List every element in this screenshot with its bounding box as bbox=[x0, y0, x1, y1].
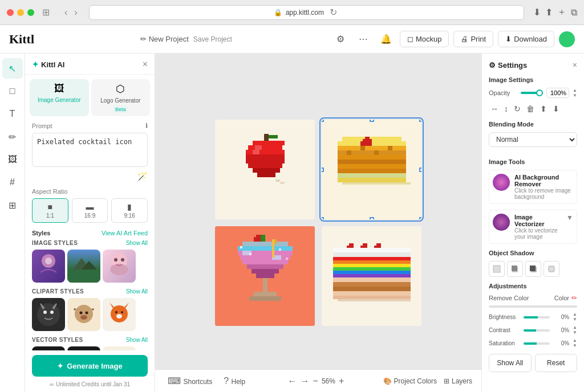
help-btn[interactable]: ? Help bbox=[220, 375, 249, 387]
settings-icon-btn[interactable]: ⚙ bbox=[331, 30, 350, 48]
shadow-glow-btn[interactable] bbox=[544, 261, 559, 277]
aspect-ratio-16-9-btn[interactable]: ▬ 16:9 bbox=[72, 198, 108, 223]
flip-h-btn[interactable]: ↔ bbox=[489, 103, 500, 115]
opacity-decrement-btn[interactable]: ▼ bbox=[573, 93, 577, 98]
aspect-ratio-1-1-btn[interactable]: ■ 1:1 bbox=[32, 198, 68, 223]
elements-tool-btn[interactable]: # bbox=[2, 172, 23, 193]
brightness-inc-btn[interactable]: ▲ bbox=[573, 312, 577, 317]
rotate-btn[interactable]: ↻ bbox=[512, 103, 522, 115]
handle-middle-right[interactable] bbox=[419, 168, 421, 172]
shortcuts-btn[interactable]: ⌨ Shortcuts bbox=[164, 374, 216, 387]
style-thumb-anime[interactable] bbox=[103, 250, 136, 283]
layers-btn[interactable]: ⊞ Layers bbox=[444, 377, 472, 385]
ai-panel-close-btn[interactable]: × bbox=[143, 59, 148, 70]
mockup-btn[interactable]: ◻ Mockup bbox=[400, 31, 449, 47]
maximize-window-btn[interactable] bbox=[27, 9, 34, 16]
handle-top-left[interactable] bbox=[322, 120, 324, 122]
back-btn[interactable]: ‹ bbox=[62, 6, 70, 19]
canvas-image-full-cake[interactable] bbox=[322, 226, 421, 326]
opacity-slider[interactable] bbox=[521, 92, 543, 94]
print-btn[interactable]: 🖨 Print bbox=[453, 31, 493, 47]
handle-top-middle[interactable] bbox=[370, 120, 374, 122]
handle-bottom-middle[interactable] bbox=[370, 217, 374, 219]
flip-v-btn[interactable]: ↕ bbox=[502, 103, 510, 115]
canvas-image-cake-slice[interactable]: ↻ bbox=[322, 120, 421, 219]
handle-middle-left[interactable] bbox=[322, 168, 324, 172]
image-tool-btn[interactable]: 🖼 bbox=[2, 149, 23, 170]
show-all-adjustments-btn[interactable]: Show All bbox=[489, 354, 532, 372]
user-avatar[interactable] bbox=[559, 31, 575, 47]
notification-btn[interactable]: 🔔 bbox=[377, 30, 395, 48]
logo-generator-tab[interactable]: ⬡ Logo Generator Beta bbox=[91, 79, 151, 116]
draw-tool-btn[interactable]: ✏ bbox=[2, 126, 23, 147]
zoom-minus-btn[interactable]: − bbox=[313, 376, 318, 386]
saturation-inc-btn[interactable]: ▲ bbox=[573, 338, 577, 343]
sidebar-toggle-btn[interactable]: ⊞ bbox=[39, 6, 53, 19]
vector-styles-show-all-btn[interactable]: Show All bbox=[126, 337, 148, 343]
opacity-value-input[interactable] bbox=[546, 88, 569, 98]
clipart-styles-show-all-btn[interactable]: Show All bbox=[126, 288, 148, 295]
close-window-btn[interactable] bbox=[7, 9, 14, 16]
cursor-tool-btn[interactable]: ↖ bbox=[2, 58, 23, 79]
reload-btn[interactable]: ↻ bbox=[327, 6, 339, 19]
brightness-dec-btn[interactable]: ▼ bbox=[573, 317, 577, 322]
download-page-btn[interactable]: ⬇ bbox=[533, 6, 541, 18]
minimize-window-btn[interactable] bbox=[17, 9, 24, 16]
share-btn[interactable]: ⬆ bbox=[545, 6, 553, 18]
prompt-input[interactable]: Pixelated cocktail icon bbox=[32, 133, 148, 167]
vectorizer-expand-btn[interactable]: ▼ bbox=[566, 214, 573, 222]
canvas-content[interactable]: ↻ bbox=[155, 54, 481, 392]
zoom-out-btn[interactable]: ← bbox=[288, 376, 297, 386]
generate-image-btn[interactable]: ✦ Generate Image bbox=[32, 355, 148, 377]
magic-wand-btn[interactable]: 🪄 bbox=[136, 172, 148, 182]
download-btn[interactable]: ⬇ Download bbox=[498, 31, 554, 47]
contrast-slider[interactable] bbox=[524, 329, 550, 332]
grid-tool-btn[interactable]: ⊞ bbox=[2, 195, 23, 215]
handle-bottom-left[interactable] bbox=[322, 217, 324, 219]
canvas-image-apple[interactable] bbox=[215, 120, 315, 219]
image-generator-tab[interactable]: 🖼 Image Generator bbox=[30, 79, 89, 116]
zoom-plus-btn[interactable]: + bbox=[339, 376, 344, 386]
style-thumb-dog[interactable] bbox=[67, 298, 100, 331]
forward-btn[interactable]: › bbox=[72, 6, 79, 19]
text-tool-btn[interactable]: T bbox=[2, 104, 23, 124]
saturation-dec-btn[interactable]: ▼ bbox=[573, 344, 577, 348]
delete-btn[interactable]: 🗑 bbox=[525, 103, 536, 115]
brightness-slider[interactable] bbox=[524, 316, 550, 318]
aspect-ratio-9-16-btn[interactable]: ▮ 9:16 bbox=[111, 198, 148, 223]
pan-right-btn[interactable]: → bbox=[301, 376, 310, 386]
style-thumb-wolf[interactable] bbox=[32, 298, 65, 331]
contrast-inc-btn[interactable]: ▲ bbox=[573, 325, 577, 330]
shadow-none-btn[interactable] bbox=[489, 261, 505, 277]
opacity-increment-btn[interactable]: ▲ bbox=[573, 88, 577, 93]
style-thumb-fantasy[interactable] bbox=[32, 250, 65, 283]
bg-remover-row[interactable]: AI Background Remover Click to remove im… bbox=[489, 170, 577, 204]
project-colors-btn[interactable]: 🎨 Project Colors bbox=[383, 377, 437, 385]
style-thumb-vector3[interactable] bbox=[103, 346, 136, 350]
save-project-btn[interactable]: Save Project bbox=[193, 35, 232, 43]
settings-close-btn[interactable]: × bbox=[573, 60, 577, 70]
align-up-btn[interactable]: ⬆ bbox=[538, 103, 549, 115]
shadow-soft-btn[interactable] bbox=[507, 261, 523, 277]
saturation-slider[interactable] bbox=[524, 342, 550, 345]
canvas-image-cocktail[interactable] bbox=[215, 226, 315, 326]
shapes-tool-btn[interactable]: □ bbox=[2, 81, 23, 101]
contrast-dec-btn[interactable]: ▼ bbox=[573, 330, 577, 335]
reset-adjustments-btn[interactable]: Reset bbox=[535, 354, 578, 372]
handle-bottom-right[interactable] bbox=[419, 217, 421, 219]
style-thumb-vector1[interactable] bbox=[32, 346, 65, 350]
align-down-btn[interactable]: ⬇ bbox=[551, 103, 561, 115]
vectorizer-row[interactable]: Image Vectorizer Click to vectorize your… bbox=[489, 210, 577, 244]
style-thumb-landscape[interactable] bbox=[67, 250, 100, 283]
image-styles-show-all-btn[interactable]: Show All bbox=[126, 240, 148, 246]
url-bar[interactable]: 🔒 app.kittl.com ↻ bbox=[89, 5, 524, 20]
new-tab-btn[interactable]: ＋ bbox=[557, 6, 566, 18]
style-thumb-fox[interactable] bbox=[103, 298, 136, 331]
remove-color-edit-btn[interactable]: ✏ bbox=[571, 294, 577, 302]
share-network-btn[interactable]: ⋯ bbox=[354, 30, 372, 48]
view-ai-art-feed-btn[interactable]: View AI Art Feed bbox=[102, 230, 148, 236]
tabs-btn[interactable]: ⧉ bbox=[571, 6, 577, 18]
shadow-hard-btn[interactable] bbox=[525, 261, 541, 277]
handle-top-right[interactable] bbox=[419, 120, 421, 122]
style-thumb-vector2[interactable] bbox=[67, 346, 100, 350]
